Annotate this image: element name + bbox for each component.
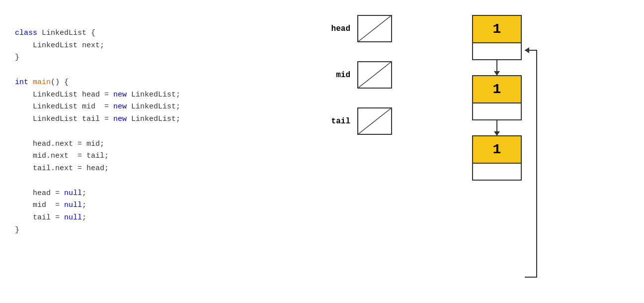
node-1: 1: [472, 15, 522, 60]
mid-pointer-box: [357, 61, 392, 89]
node-3-next: [473, 164, 521, 180]
tail-pointer-box: [357, 107, 392, 135]
node-3: 1: [472, 135, 522, 181]
code-panel: class LinkedList { LinkedList next; } in…: [15, 10, 323, 242]
diagram-panel: 1 1 1: [452, 10, 542, 181]
back-arrow-svg: [523, 28, 541, 292]
node-3-data: 1: [473, 136, 521, 164]
head-label: head: [323, 24, 350, 33]
mid-pointer-row: mid: [323, 61, 452, 89]
pointers-panel: head mid tail: [323, 10, 452, 154]
arrow-1-to-2: [496, 60, 497, 75]
node-1-next: [473, 43, 521, 59]
head-pointer-row: head: [323, 15, 452, 42]
node-2-data: 1: [473, 76, 521, 103]
svg-line-2: [359, 108, 391, 134]
svg-line-0: [359, 16, 391, 41]
head-pointer-box: [357, 15, 392, 42]
tail-label: tail: [323, 117, 350, 126]
tail-pointer-row: tail: [323, 107, 452, 135]
node-2: 1: [472, 75, 522, 120]
mid-label: mid: [323, 71, 350, 80]
node-1-data: 1: [473, 16, 521, 43]
linked-list-diagram: 1 1 1: [472, 15, 522, 181]
svg-line-1: [359, 62, 391, 88]
node-2-next: [473, 103, 521, 119]
svg-marker-3: [525, 47, 529, 53]
arrow-2-to-3: [496, 120, 497, 135]
